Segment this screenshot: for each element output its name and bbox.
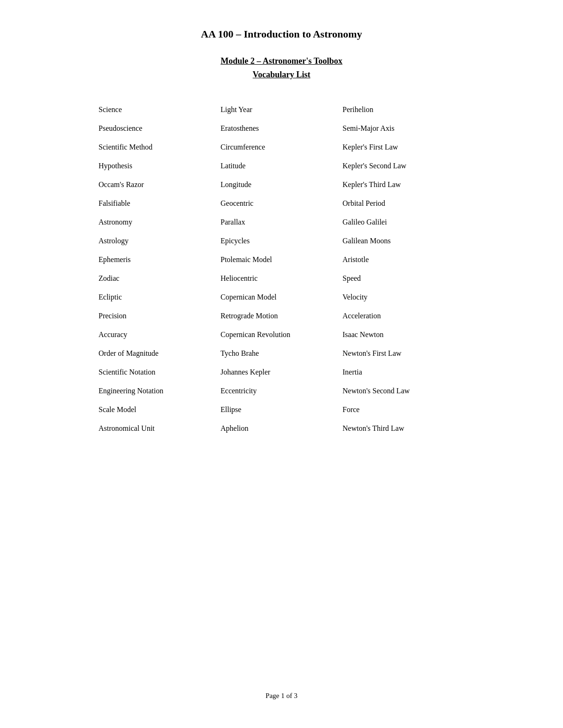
vocab-item: Ephemeris (99, 250, 221, 269)
vocab-item: Inertia (342, 363, 464, 382)
vocab-item: Aristotle (342, 250, 464, 269)
vocab-item: Kepler's First Law (342, 138, 464, 157)
page-label: Page 1 of 3 (266, 692, 297, 699)
vocab-item: Engineering Notation (99, 382, 221, 400)
vocab-item: Longitude (221, 175, 342, 194)
vocab-item: Scientific Method (99, 138, 221, 157)
vocab-item: Retrograde Motion (221, 307, 342, 325)
vocab-item: Zodiac (99, 269, 221, 288)
vocab-item: Newton's First Law (342, 344, 464, 363)
vocab-item: Eccentricity (221, 382, 342, 400)
vocab-item: Kepler's Third Law (342, 175, 464, 194)
vocab-item: Force (342, 400, 464, 419)
vocab-item: Velocity (342, 288, 464, 307)
vocab-item: Circumference (221, 138, 342, 157)
vocab-item: Latitude (221, 157, 342, 175)
page: AA 100 – Introduction to Astronomy Modul… (70, 0, 493, 728)
vocab-item: Semi-Major Axis (342, 119, 464, 138)
vocab-item: Galileo Galilei (342, 213, 464, 232)
vocab-item: Copernican Revolution (221, 325, 342, 344)
vocab-item: Astronomical Unit (99, 419, 221, 438)
vocab-item: Newton's Third Law (342, 419, 464, 438)
vocab-grid: ScienceLight YearPerihelionPseudoscience… (99, 100, 464, 438)
vocab-item: Light Year (221, 100, 342, 119)
vocab-item: Heliocentric (221, 269, 342, 288)
vocab-item: Newton's Second Law (342, 382, 464, 400)
vocab-item: Accuracy (99, 325, 221, 344)
vocab-item: Ptolemaic Model (221, 250, 342, 269)
subtitle: Module 2 – Astronomer's Toolbox Vocabula… (221, 54, 342, 82)
vocab-item: Eratosthenes (221, 119, 342, 138)
footer: Page 1 of 3 (266, 673, 297, 700)
main-title: AA 100 – Introduction to Astronomy (201, 28, 362, 40)
vocab-item: Astrology (99, 232, 221, 250)
vocab-item: Johannes Kepler (221, 363, 342, 382)
vocab-item: Acceleration (342, 307, 464, 325)
vocab-item: Hypothesis (99, 157, 221, 175)
vocab-item: Scientific Notation (99, 363, 221, 382)
vocab-item: Perihelion (342, 100, 464, 119)
vocab-item: Occam's Razor (99, 175, 221, 194)
vocab-item: Galilean Moons (342, 232, 464, 250)
vocab-item: Speed (342, 269, 464, 288)
vocab-item: Copernican Model (221, 288, 342, 307)
vocab-item: Precision (99, 307, 221, 325)
vocab-item: Isaac Newton (342, 325, 464, 344)
vocab-item: Tycho Brahe (221, 344, 342, 363)
vocab-item: Geocentric (221, 194, 342, 213)
vocab-item: Pseudoscience (99, 119, 221, 138)
vocab-item: Scale Model (99, 400, 221, 419)
vocab-item: Ecliptic (99, 288, 221, 307)
vocab-item: Ellipse (221, 400, 342, 419)
vocab-item: Epicycles (221, 232, 342, 250)
vocab-item: Order of Magnitude (99, 344, 221, 363)
vocab-item: Science (99, 100, 221, 119)
subtitle-line1: Module 2 – Astronomer's Toolbox (221, 56, 342, 66)
vocab-item: Falsifiable (99, 194, 221, 213)
vocab-item: Orbital Period (342, 194, 464, 213)
subtitle-line2: Vocabulary List (253, 70, 311, 79)
vocab-item: Parallax (221, 213, 342, 232)
vocab-item: Astronomy (99, 213, 221, 232)
vocab-item: Kepler's Second Law (342, 157, 464, 175)
vocab-item: Aphelion (221, 419, 342, 438)
